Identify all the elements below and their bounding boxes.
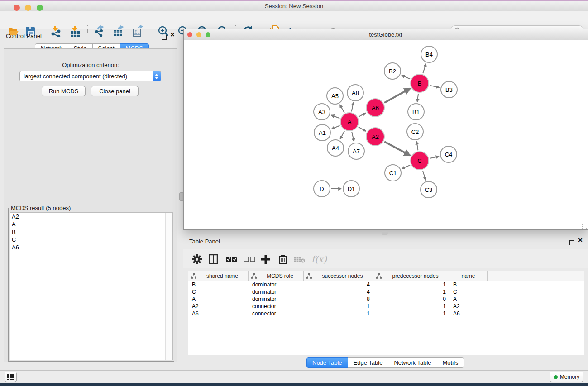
memory-label: Memory bbox=[560, 374, 579, 380]
memory-status-icon bbox=[554, 375, 558, 379]
fx-label: f(x) bbox=[311, 254, 327, 265]
graph-node-A4[interactable]: A4 bbox=[327, 139, 344, 157]
hierarchy-icon bbox=[251, 273, 257, 279]
table-panel-title: Table Panel bbox=[189, 238, 220, 245]
minimize-traffic-light[interactable] bbox=[25, 5, 31, 11]
import-table-button[interactable] bbox=[68, 24, 82, 38]
hscroll-thumb[interactable] bbox=[382, 231, 388, 235]
table-row[interactable]: A2 connector 1 1 A2 bbox=[188, 303, 584, 310]
unchecked-boxes-icon bbox=[244, 257, 255, 262]
tab-edge-table[interactable]: Edge Table bbox=[348, 357, 389, 368]
minimize-traffic-light[interactable] bbox=[196, 32, 201, 37]
gear-icon bbox=[192, 254, 202, 264]
run-mcds-button[interactable]: Run MCDS bbox=[42, 86, 86, 96]
network-pane-hscroll[interactable] bbox=[183, 231, 588, 235]
create-column-button[interactable] bbox=[259, 253, 272, 266]
column-header-name[interactable]: name bbox=[449, 271, 488, 281]
plus-icon bbox=[261, 255, 270, 264]
graph-node-C2[interactable]: C2 bbox=[406, 123, 424, 140]
column-header-predecessor-nodes[interactable]: predecessor nodes bbox=[373, 271, 449, 281]
show-all-columns-button[interactable] bbox=[225, 253, 239, 266]
graph-node-A[interactable]: A bbox=[340, 112, 359, 131]
graph-node-C4[interactable]: C4 bbox=[440, 146, 457, 163]
result-item[interactable]: C bbox=[10, 236, 172, 243]
control-panel-title: Control Panel bbox=[6, 33, 42, 39]
hide-all-columns-button[interactable] bbox=[243, 253, 256, 266]
close-traffic-light[interactable] bbox=[14, 5, 20, 11]
mcds-result-title: MCDS result (5 nodes) bbox=[10, 205, 72, 211]
graph-node-A6[interactable]: A6 bbox=[366, 98, 385, 117]
graph-node-B[interactable]: B bbox=[410, 74, 429, 93]
window-title: Session: New Session bbox=[0, 1, 588, 11]
mcds-result-list[interactable]: A2 A B C A6 bbox=[10, 212, 173, 360]
graph-node-D1[interactable]: D1 bbox=[343, 180, 360, 197]
tab-network-table[interactable]: Network Table bbox=[388, 357, 437, 368]
column-header-shared-name[interactable]: shared name bbox=[188, 271, 249, 281]
criterion-value: largest connected component (directed) bbox=[20, 73, 153, 80]
main-toolbar bbox=[0, 11, 588, 29]
table-header-row: shared name MCDS role successor nodes pr… bbox=[188, 271, 584, 281]
float-window-icon bbox=[569, 240, 574, 245]
delete-table-button[interactable] bbox=[293, 253, 306, 266]
graph-node-A8[interactable]: A8 bbox=[347, 84, 364, 101]
graph-node-B2[interactable]: B2 bbox=[384, 62, 401, 80]
export-image-button[interactable] bbox=[131, 24, 145, 38]
graph-node-D[interactable]: D bbox=[313, 180, 330, 197]
result-item[interactable]: A6 bbox=[10, 243, 172, 251]
table-row[interactable]: A6 connector 1 1 A6 bbox=[188, 310, 584, 317]
result-item[interactable]: A bbox=[10, 220, 172, 228]
maximize-traffic-light[interactable] bbox=[206, 32, 210, 37]
column-header-mcds-role[interactable]: MCDS role bbox=[249, 271, 304, 281]
split-view-icon bbox=[209, 254, 218, 264]
close-panel-button[interactable]: Close panel bbox=[91, 86, 139, 96]
split-panel-button[interactable] bbox=[206, 253, 220, 266]
delete-table-icon bbox=[294, 256, 305, 263]
network-canvas[interactable]: AA1A2A3A4A5A6A7A8BB1B2B3B4CC1C2C3C4DD1 bbox=[184, 40, 588, 229]
graph-node-C3[interactable]: C3 bbox=[420, 181, 437, 198]
status-bar bbox=[0, 370, 588, 383]
criterion-dropdown[interactable]: largest connected component (directed) bbox=[19, 71, 161, 81]
function-builder-button[interactable]: f(x) bbox=[309, 253, 329, 266]
table-panel-float-button[interactable] bbox=[569, 239, 574, 247]
result-scrollbar[interactable] bbox=[165, 213, 172, 360]
table-row[interactable]: C dominator 4 1 C bbox=[188, 288, 584, 295]
memory-button[interactable]: Memory bbox=[550, 372, 583, 382]
tab-motifs[interactable]: Motifs bbox=[437, 357, 464, 368]
control-panel-close-button[interactable]: × bbox=[170, 33, 175, 37]
column-header-successor-nodes[interactable]: successor nodes bbox=[304, 271, 373, 281]
graph-node-A3[interactable]: A3 bbox=[313, 103, 330, 120]
result-item[interactable]: B bbox=[10, 228, 172, 236]
dropdown-stepper-icon bbox=[153, 71, 161, 81]
graph-node-B3[interactable]: B3 bbox=[440, 81, 458, 98]
close-traffic-light[interactable] bbox=[187, 32, 192, 37]
toolbar-separator bbox=[151, 25, 152, 37]
graph-node-B1[interactable]: B1 bbox=[407, 103, 425, 120]
export-table-button[interactable] bbox=[112, 24, 125, 38]
network-window-titlebar: testGlobe.txt bbox=[184, 29, 588, 40]
table-row[interactable]: B dominator 4 1 B bbox=[188, 281, 584, 288]
table-settings-button[interactable] bbox=[190, 253, 204, 266]
tab-node-table[interactable]: Node Table bbox=[306, 357, 348, 368]
node-table[interactable]: shared name MCDS role successor nodes pr… bbox=[188, 271, 584, 355]
mcds-result-group: MCDS result (5 nodes) A2 A B C A6 bbox=[8, 205, 174, 362]
table-panel-close-button[interactable]: × bbox=[578, 238, 583, 243]
control-panel-float-button[interactable] bbox=[162, 33, 167, 42]
graph-node-C1[interactable]: C1 bbox=[384, 164, 402, 181]
graph-node-A7[interactable]: A7 bbox=[348, 143, 365, 160]
graph-node-C[interactable]: C bbox=[410, 151, 429, 170]
status-menu-button[interactable] bbox=[5, 372, 17, 382]
export-network-button[interactable] bbox=[93, 24, 106, 38]
graph-node-A1[interactable]: A1 bbox=[314, 124, 331, 141]
network-window-title: testGlobe.txt bbox=[184, 29, 588, 40]
import-network-button[interactable] bbox=[49, 24, 63, 38]
toolbar-separator bbox=[43, 25, 43, 37]
network-window: testGlobe.txt AA1A2A3A4A5A6A7A8BB1B2B3B4… bbox=[183, 29, 588, 230]
result-item[interactable]: A2 bbox=[10, 213, 172, 220]
window-resize-grip[interactable] bbox=[582, 224, 587, 229]
delete-column-button[interactable] bbox=[276, 253, 290, 266]
maximize-traffic-light[interactable] bbox=[37, 5, 43, 11]
graph-node-A2[interactable]: A2 bbox=[366, 127, 385, 146]
table-row[interactable]: A dominator 8 0 A bbox=[188, 295, 584, 303]
graph-node-B4[interactable]: B4 bbox=[421, 46, 438, 63]
graph-node-A5[interactable]: A5 bbox=[326, 87, 344, 105]
